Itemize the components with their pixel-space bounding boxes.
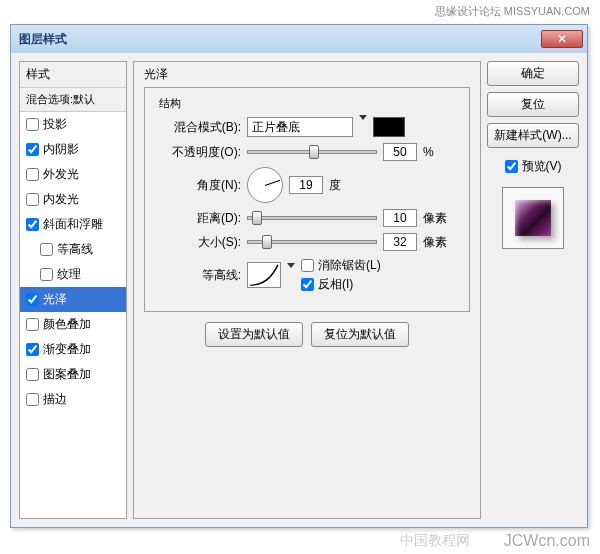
antialias-label: 消除锯齿(L) <box>318 257 381 274</box>
style-item-1[interactable]: 内阴影 <box>20 137 126 162</box>
blend-mode-select[interactable]: 正片叠底 <box>247 117 353 137</box>
style-label-9: 渐变叠加 <box>43 341 91 358</box>
style-item-7[interactable]: 光泽 <box>20 287 126 312</box>
style-checkbox-10[interactable] <box>26 368 39 381</box>
distance-input[interactable] <box>383 209 417 227</box>
blend-options-item[interactable]: 混合选项:默认 <box>20 88 126 112</box>
style-checkbox-8[interactable] <box>26 318 39 331</box>
preview-inner <box>515 200 551 236</box>
contour-label: 等高线: <box>155 267 241 284</box>
close-button[interactable]: ✕ <box>541 30 583 48</box>
preview-checkbox[interactable]: 预览(V) <box>487 158 579 175</box>
style-label-7: 光泽 <box>43 291 67 308</box>
style-label-3: 内发光 <box>43 191 79 208</box>
antialias-check-input[interactable] <box>301 259 314 272</box>
opacity-slider[interactable] <box>247 150 377 154</box>
angle-unit: 度 <box>329 177 353 194</box>
reset-button[interactable]: 复位 <box>487 92 579 117</box>
contour-picker[interactable] <box>247 262 281 288</box>
dialog-body: 样式 混合选项:默认 投影内阴影外发光内发光斜面和浮雕等高线纹理光泽颜色叠加渐变… <box>11 53 587 527</box>
size-unit: 像素 <box>423 234 447 251</box>
style-label-11: 描边 <box>43 391 67 408</box>
chevron-down-icon[interactable] <box>359 120 367 134</box>
style-label-2: 外发光 <box>43 166 79 183</box>
invert-checkbox[interactable]: 反相(I) <box>301 276 381 293</box>
style-label-5: 等高线 <box>57 241 93 258</box>
size-label: 大小(S): <box>155 234 241 251</box>
style-item-0[interactable]: 投影 <box>20 112 126 137</box>
size-input[interactable] <box>383 233 417 251</box>
preview-check-input[interactable] <box>505 160 518 173</box>
style-item-5[interactable]: 等高线 <box>20 237 126 262</box>
opacity-unit: % <box>423 145 447 159</box>
style-checkbox-5[interactable] <box>40 243 53 256</box>
titlebar: 图层样式 ✕ <box>11 25 587 53</box>
antialias-checkbox[interactable]: 消除锯齿(L) <box>301 257 381 274</box>
style-checkbox-9[interactable] <box>26 343 39 356</box>
main-panel: 光泽 结构 混合模式(B): 正片叠底 不透明度(O): % <box>133 61 481 519</box>
distance-unit: 像素 <box>423 210 447 227</box>
styles-header[interactable]: 样式 <box>20 62 126 88</box>
preview-label: 预览(V) <box>522 158 562 175</box>
distance-label: 距离(D): <box>155 210 241 227</box>
style-checkbox-0[interactable] <box>26 118 39 131</box>
watermark-top: 思缘设计论坛 MISSYUAN.COM <box>435 4 590 19</box>
style-checkbox-11[interactable] <box>26 393 39 406</box>
new-style-button[interactable]: 新建样式(W)... <box>487 123 579 148</box>
blend-mode-label: 混合模式(B): <box>155 119 241 136</box>
styles-list: 样式 混合选项:默认 投影内阴影外发光内发光斜面和浮雕等高线纹理光泽颜色叠加渐变… <box>19 61 127 519</box>
style-label-6: 纹理 <box>57 266 81 283</box>
style-checkbox-6[interactable] <box>40 268 53 281</box>
style-item-11[interactable]: 描边 <box>20 387 126 412</box>
dialog-title: 图层样式 <box>19 31 67 48</box>
structure-fieldset: 结构 混合模式(B): 正片叠底 不透明度(O): % 角度(N): <box>144 87 470 312</box>
style-checkbox-2[interactable] <box>26 168 39 181</box>
set-default-button[interactable]: 设置为默认值 <box>205 322 303 347</box>
opacity-label: 不透明度(O): <box>155 144 241 161</box>
style-item-3[interactable]: 内发光 <box>20 187 126 212</box>
style-label-0: 投影 <box>43 116 67 133</box>
style-item-2[interactable]: 外发光 <box>20 162 126 187</box>
watermark-bottom2: 中国教程网 <box>400 532 470 550</box>
angle-input[interactable] <box>289 176 323 194</box>
style-label-1: 内阴影 <box>43 141 79 158</box>
close-icon: ✕ <box>557 32 567 46</box>
blend-mode-value: 正片叠底 <box>252 119 300 136</box>
style-checkbox-1[interactable] <box>26 143 39 156</box>
style-item-4[interactable]: 斜面和浮雕 <box>20 212 126 237</box>
side-panel: 确定 复位 新建样式(W)... 预览(V) <box>487 61 579 519</box>
invert-label: 反相(I) <box>318 276 353 293</box>
style-label-8: 颜色叠加 <box>43 316 91 333</box>
distance-slider[interactable] <box>247 216 377 220</box>
invert-check-input[interactable] <box>301 278 314 291</box>
style-checkbox-3[interactable] <box>26 193 39 206</box>
watermark-bottom: JCWcn.com <box>504 532 590 550</box>
reset-default-button[interactable]: 复位为默认值 <box>311 322 409 347</box>
fieldset-title: 结构 <box>155 96 185 111</box>
style-label-10: 图案叠加 <box>43 366 91 383</box>
layer-style-dialog: 图层样式 ✕ 样式 混合选项:默认 投影内阴影外发光内发光斜面和浮雕等高线纹理光… <box>10 24 588 528</box>
size-slider[interactable] <box>247 240 377 244</box>
style-item-6[interactable]: 纹理 <box>20 262 126 287</box>
preview-swatch <box>502 187 564 249</box>
style-label-4: 斜面和浮雕 <box>43 216 103 233</box>
style-item-9[interactable]: 渐变叠加 <box>20 337 126 362</box>
color-swatch[interactable] <box>373 117 405 137</box>
style-checkbox-4[interactable] <box>26 218 39 231</box>
style-item-10[interactable]: 图案叠加 <box>20 362 126 387</box>
angle-dial[interactable] <box>247 167 283 203</box>
style-checkbox-7[interactable] <box>26 293 39 306</box>
angle-label: 角度(N): <box>155 177 241 194</box>
main-title: 光泽 <box>144 66 470 83</box>
style-item-8[interactable]: 颜色叠加 <box>20 312 126 337</box>
chevron-down-icon[interactable] <box>287 268 295 282</box>
ok-button[interactable]: 确定 <box>487 61 579 86</box>
opacity-input[interactable] <box>383 143 417 161</box>
